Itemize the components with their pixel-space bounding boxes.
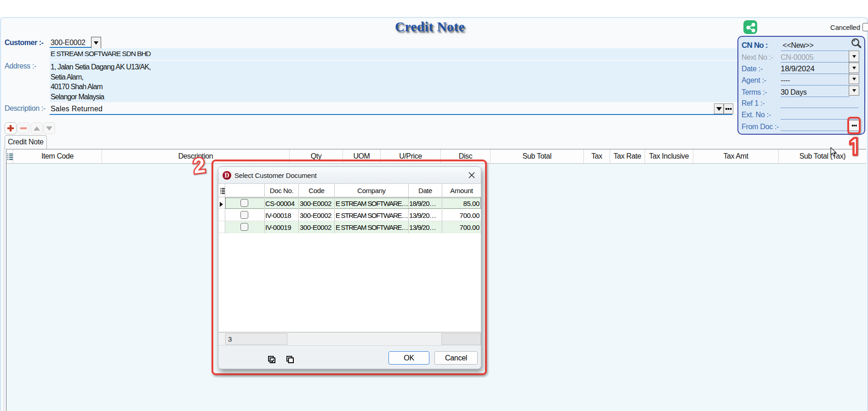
svg-text:2: 2 <box>192 154 206 177</box>
